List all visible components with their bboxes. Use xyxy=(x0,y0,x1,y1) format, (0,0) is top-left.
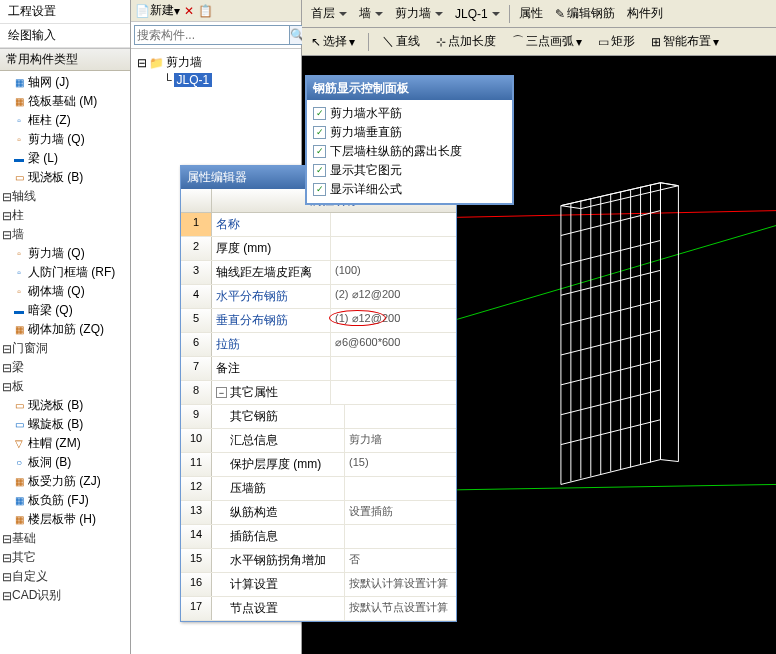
tree-node[interactable]: ▦轴网 (J) xyxy=(0,73,130,92)
checkbox-icon[interactable]: ✓ xyxy=(313,126,326,139)
tree-node[interactable]: ⊟ 轴线 xyxy=(0,187,130,206)
property-row[interactable]: 8− 其它属性 xyxy=(181,381,456,405)
select-tool[interactable]: ↖ 选择 ▾ xyxy=(306,30,360,53)
tree-node[interactable]: ▦筏板基础 (M) xyxy=(0,92,130,111)
delete-icon[interactable]: ✕ xyxy=(184,4,194,18)
line-tool[interactable]: ＼ 直线 xyxy=(377,30,425,53)
tree-node[interactable]: ⊟ 柱 xyxy=(0,206,130,225)
property-row[interactable]: 17 节点设置按默认节点设置计算 xyxy=(181,597,456,621)
tree-node[interactable]: ▫框柱 (Z) xyxy=(0,111,130,130)
left-tree-header: 常用构件类型 xyxy=(0,49,130,71)
left-top-tabs: 工程设置 绘图输入 xyxy=(0,0,130,49)
checkbox-icon[interactable]: ✓ xyxy=(313,183,326,196)
tree-node[interactable]: ▦板负筋 (FJ) xyxy=(0,491,130,510)
property-row[interactable]: 6 拉筋⌀6@600*600 xyxy=(181,333,456,357)
tree-node[interactable]: ▭螺旋板 (B) xyxy=(0,415,130,434)
checkbox-row[interactable]: ✓剪力墙垂直筋 xyxy=(313,123,506,142)
cat-select[interactable]: 墙 xyxy=(354,2,388,25)
arc-tool[interactable]: ⌒ 三点画弧 ▾ xyxy=(507,30,587,53)
component-selected: JLQ-1 xyxy=(174,73,213,87)
tree-node[interactable]: ▫剪力墙 (Q) xyxy=(0,244,130,263)
tab-project-settings[interactable]: 工程设置 xyxy=(0,0,130,24)
floor-select[interactable]: 首层 xyxy=(306,2,352,25)
checkbox-icon[interactable]: ✓ xyxy=(313,164,326,177)
tree-node[interactable]: ⊟ 板 xyxy=(0,377,130,396)
property-row[interactable]: 7 备注 xyxy=(181,357,456,381)
rebar-display-panel[interactable]: 钢筋显示控制面板 ✓剪力墙水平筋✓剪力墙垂直筋✓下层墙柱纵筋的露出长度✓显示其它… xyxy=(305,75,514,205)
checkbox-row[interactable]: ✓下层墙柱纵筋的露出长度 xyxy=(313,142,506,161)
tree-node[interactable]: ▫人防门框墙 (RF) xyxy=(0,263,130,282)
tree-node[interactable]: ▽柱帽 (ZM) xyxy=(0,434,130,453)
tab-draw-input[interactable]: 绘图输入 xyxy=(0,24,130,48)
checkbox-row[interactable]: ✓显示详细公式 xyxy=(313,180,506,199)
checkbox-icon[interactable]: ✓ xyxy=(313,145,326,158)
tree-node[interactable]: ▦板受力筋 (ZJ) xyxy=(0,472,130,491)
tree-node[interactable]: ⊟ 墙 xyxy=(0,225,130,244)
tree-node[interactable]: ▫剪力墙 (Q) xyxy=(0,130,130,149)
copy-icon[interactable]: 📋 xyxy=(198,4,213,18)
property-row[interactable]: 4 水平分布钢筋(2) ⌀12@200 xyxy=(181,285,456,309)
svg-marker-4 xyxy=(660,183,678,462)
tree-node[interactable]: ⊟ 自定义 xyxy=(0,567,130,586)
properties-button[interactable]: 属性 xyxy=(514,2,548,25)
property-row[interactable]: 14 插筋信息 xyxy=(181,525,456,549)
tree-node[interactable]: ⊟ 基础 xyxy=(0,529,130,548)
tree-node[interactable]: ⊟ 门窗洞 xyxy=(0,339,130,358)
tree-node[interactable]: ⊟ 梁 xyxy=(0,358,130,377)
tree-node[interactable]: ○板洞 (B) xyxy=(0,453,130,472)
tree-node[interactable]: ⊟ CAD识别 xyxy=(0,586,130,605)
property-row[interactable]: 12 压墙筋 xyxy=(181,477,456,501)
checkbox-row[interactable]: ✓剪力墙水平筋 xyxy=(313,104,506,123)
property-panel-title: 属性编辑器 xyxy=(187,169,247,186)
tree-node[interactable]: ▫砌体墙 (Q) xyxy=(0,282,130,301)
property-row[interactable]: 5 垂直分布钢筋(1) ⌀12@200 xyxy=(181,309,456,333)
property-row[interactable]: 10 汇总信息剪力墙 xyxy=(181,429,456,453)
property-row[interactable]: 3 轴线距左墙皮距离(100) xyxy=(181,261,456,285)
smart-layout-tool[interactable]: ⊞ 智能布置 ▾ xyxy=(646,30,724,53)
tree-node[interactable]: ▭现浇板 (B) xyxy=(0,168,130,187)
left-panel: 工程设置 绘图输入 常用构件类型 ▦轴网 (J)▦筏板基础 (M)▫框柱 (Z)… xyxy=(0,0,131,654)
point-length-tool[interactable]: ⊹ 点加长度 xyxy=(431,30,501,53)
property-row[interactable]: 16 计算设置按默认计算设置计算 xyxy=(181,573,456,597)
property-row[interactable]: 1 名称 xyxy=(181,213,456,237)
property-row[interactable]: 9 其它钢筋 xyxy=(181,405,456,429)
type-select[interactable]: 剪力墙 xyxy=(390,2,448,25)
toolbar-top-2: ↖ 选择 ▾ ＼ 直线 ⊹ 点加长度 ⌒ 三点画弧 ▾ ▭ 矩形 ⊞ 智能布置 … xyxy=(302,28,776,56)
component-list-button[interactable]: 构件列 xyxy=(622,2,668,25)
tree-node[interactable]: ⊟ 其它 xyxy=(0,548,130,567)
edit-rebar-button[interactable]: ✎ 编辑钢筋 xyxy=(550,2,620,25)
property-editor-panel[interactable]: 属性编辑器 ✕ 属性名称 1 名称2 厚度 (mm)3 轴线距左墙皮距离(100… xyxy=(180,165,457,622)
toolbar-top-1: 首层 墙 剪力墙 JLQ-1 属性 ✎ 编辑钢筋 构件列 xyxy=(302,0,776,28)
tree-node[interactable]: ▦砌体加筋 (ZQ) xyxy=(0,320,130,339)
property-row[interactable]: 15 水平钢筋拐角增加否 xyxy=(181,549,456,573)
new-button[interactable]: 📄 新建 ▾ xyxy=(135,2,180,19)
left-tree[interactable]: ▦轴网 (J)▦筏板基础 (M)▫框柱 (Z)▫剪力墙 (Q)▬梁 (L)▭现浇… xyxy=(0,71,130,654)
tree-node[interactable]: ▦楼层板带 (H) xyxy=(0,510,130,529)
rebar-panel-title: 钢筋显示控制面板 xyxy=(307,77,512,100)
tree-node[interactable]: ▭现浇板 (B) xyxy=(0,396,130,415)
rect-tool[interactable]: ▭ 矩形 xyxy=(593,30,640,53)
search-input[interactable] xyxy=(134,25,290,45)
checkbox-row[interactable]: ✓显示其它图元 xyxy=(313,161,506,180)
tree-node[interactable]: ▬梁 (L) xyxy=(0,149,130,168)
property-row[interactable]: 13 纵筋构造设置插筋 xyxy=(181,501,456,525)
item-select[interactable]: JLQ-1 xyxy=(450,4,505,24)
property-row[interactable]: 2 厚度 (mm) xyxy=(181,237,456,261)
property-row[interactable]: 11 保护层厚度 (mm)(15) xyxy=(181,453,456,477)
checkbox-icon[interactable]: ✓ xyxy=(313,107,326,120)
tree-node[interactable]: ▬暗梁 (Q) xyxy=(0,301,130,320)
